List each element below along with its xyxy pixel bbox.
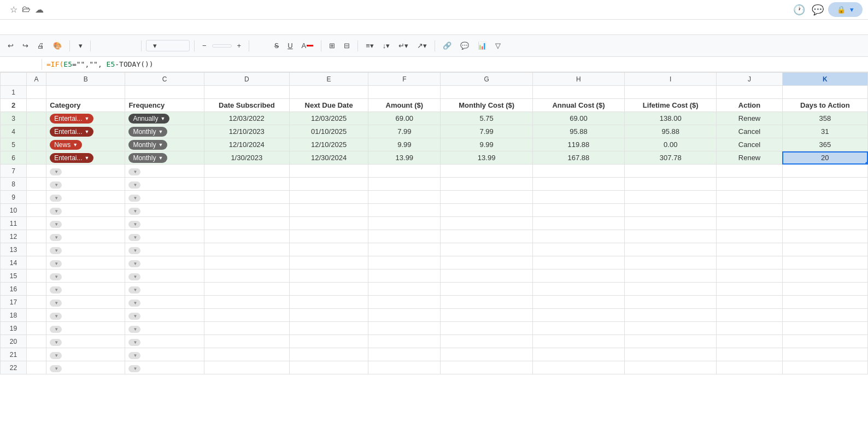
paint-format-button[interactable]: 🎨	[50, 40, 65, 51]
freq-empty-18[interactable]	[128, 313, 140, 320]
category-empty-14[interactable]	[50, 260, 62, 267]
cell-a8[interactable]	[27, 178, 46, 191]
cell-g12[interactable]	[441, 230, 532, 243]
cell-b10[interactable]	[46, 204, 125, 217]
cell-c22[interactable]	[125, 361, 204, 374]
cell-a12[interactable]	[27, 230, 46, 243]
cell-i16[interactable]	[625, 283, 717, 296]
cell-j14[interactable]	[717, 256, 782, 269]
cell-e20[interactable]	[289, 335, 368, 348]
cell-e5-nextdue[interactable]: 12/10/2025	[289, 138, 368, 151]
cell-h1[interactable]	[532, 86, 624, 99]
cell-g20[interactable]	[441, 335, 532, 348]
freq-empty-15[interactable]	[128, 273, 140, 280]
cell-b17[interactable]	[46, 296, 125, 309]
cell-g4-monthly[interactable]: 7.99	[441, 125, 532, 138]
cell-e21[interactable]	[289, 348, 368, 361]
cell-c12[interactable]	[125, 230, 204, 243]
cell-f10[interactable]	[368, 204, 441, 217]
cell-b19[interactable]	[46, 322, 125, 335]
cell-b12[interactable]	[46, 230, 125, 243]
cell-a3[interactable]	[27, 112, 46, 125]
cell-b3-category[interactable]: Entertai...	[46, 112, 125, 125]
cell-d21[interactable]	[204, 348, 289, 361]
freq-empty-21[interactable]	[128, 352, 140, 359]
cell-g13[interactable]	[441, 243, 532, 256]
cell-f11[interactable]	[368, 217, 441, 230]
cell-i17[interactable]	[625, 296, 717, 309]
category-empty-10[interactable]	[50, 208, 62, 215]
cell-i15[interactable]	[625, 269, 717, 283]
cloud-icon[interactable]: ☁	[35, 4, 44, 15]
cell-k18[interactable]	[782, 309, 867, 322]
cell-f4-amount[interactable]: 7.99	[368, 125, 441, 138]
strikethrough-button[interactable]: S̶	[271, 40, 282, 51]
cell-f7[interactable]	[368, 165, 441, 178]
undo-button[interactable]: ↩	[4, 40, 17, 51]
category-empty-15[interactable]	[50, 273, 62, 280]
cell-h14[interactable]	[532, 256, 624, 269]
cell-h16[interactable]	[532, 283, 624, 296]
cell-h5-annual[interactable]: 119.88	[532, 138, 624, 151]
cell-g14[interactable]	[441, 256, 532, 269]
cell-i7[interactable]	[625, 165, 717, 178]
history-icon[interactable]: 🕐	[793, 4, 805, 16]
cell-a20[interactable]	[27, 335, 46, 348]
cell-j1[interactable]	[717, 86, 782, 99]
cell-j2-action[interactable]: Action	[717, 99, 782, 112]
cell-c5-frequency[interactable]: Monthly	[125, 138, 204, 151]
cell-k10[interactable]	[782, 204, 867, 217]
cell-f12[interactable]	[368, 230, 441, 243]
cell-e8[interactable]	[289, 178, 368, 191]
category-empty-13[interactable]	[50, 247, 62, 254]
col-header-e[interactable]: E	[289, 73, 368, 86]
cell-j13[interactable]	[717, 243, 782, 256]
align-button[interactable]: ≡▾	[362, 40, 377, 51]
italic-button[interactable]	[262, 44, 269, 48]
cell-d9[interactable]	[204, 191, 289, 204]
cell-f19[interactable]	[368, 322, 441, 335]
cell-k19[interactable]	[782, 322, 867, 335]
cell-g17[interactable]	[441, 296, 532, 309]
cell-a7[interactable]	[27, 165, 46, 178]
cell-i8[interactable]	[625, 178, 717, 191]
cell-c14[interactable]	[125, 256, 204, 269]
freq-empty-16[interactable]	[128, 286, 140, 294]
cell-i18[interactable]	[625, 309, 717, 322]
cell-f20[interactable]	[368, 335, 441, 348]
col-header-a[interactable]: A	[27, 73, 46, 86]
cell-e18[interactable]	[289, 309, 368, 322]
cell-f3-amount[interactable]: 69.00	[368, 112, 441, 125]
cell-c3-frequency[interactable]: Annually	[125, 112, 204, 125]
frequency-badge-3[interactable]: Annually	[128, 114, 169, 124]
cell-e13[interactable]	[289, 243, 368, 256]
star-icon[interactable]: ☆	[10, 4, 17, 15]
cell-e7[interactable]	[289, 165, 368, 178]
cell-h13[interactable]	[532, 243, 624, 256]
cell-c4-frequency[interactable]: Monthly	[125, 125, 204, 138]
cell-h19[interactable]	[532, 322, 624, 335]
cell-k21[interactable]	[782, 348, 867, 361]
cell-e6-nextdue[interactable]: 12/30/2024	[289, 151, 368, 165]
folder-icon[interactable]: 🗁	[22, 4, 31, 15]
cell-f15[interactable]	[368, 269, 441, 283]
col-header-h[interactable]: H	[532, 73, 624, 86]
cell-k11[interactable]	[782, 217, 867, 230]
cell-j17[interactable]	[717, 296, 782, 309]
cell-i20[interactable]	[625, 335, 717, 348]
cell-e4-nextdue[interactable]: 01/10/2025	[289, 125, 368, 138]
cell-d19[interactable]	[204, 322, 289, 335]
font-size-decrease[interactable]: −	[199, 40, 210, 51]
cell-c15[interactable]	[125, 269, 204, 283]
print-button[interactable]: 🖨	[34, 40, 48, 51]
valign-button[interactable]: ↓▾	[379, 40, 394, 51]
cell-d12[interactable]	[204, 230, 289, 243]
cell-c2-frequency[interactable]: Frequency	[125, 99, 204, 112]
cell-g1[interactable]	[441, 86, 532, 99]
cell-k3-days[interactable]: 358	[782, 112, 867, 125]
col-header-i[interactable]: I	[625, 73, 717, 86]
cell-e14[interactable]	[289, 256, 368, 269]
category-empty-21[interactable]	[50, 352, 62, 359]
cell-j20[interactable]	[717, 335, 782, 348]
cell-h3-annual[interactable]: 69.00	[532, 112, 624, 125]
